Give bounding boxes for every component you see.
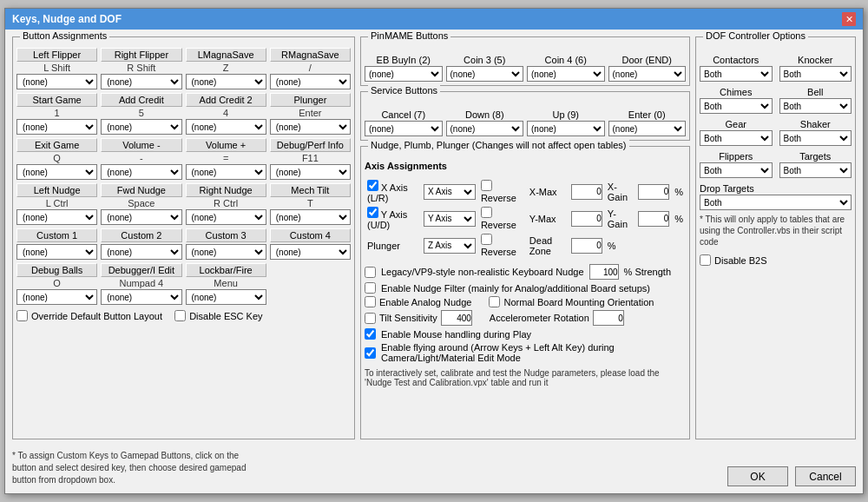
ba-select[interactable]: (none) <box>101 289 181 305</box>
dof-select[interactable]: Both <box>700 162 773 178</box>
ba-assign-button[interactable]: Left Nudge <box>16 183 97 197</box>
ba-assign-button[interactable]: LMagnaSave <box>186 48 266 62</box>
close-button[interactable]: ✕ <box>842 12 856 26</box>
ba-select[interactable]: (none) <box>16 74 97 89</box>
ba-select[interactable]: (none) <box>101 74 181 89</box>
pm-select[interactable]: (none) <box>446 66 524 82</box>
x-gain-input[interactable] <box>638 184 669 200</box>
strength-input[interactable] <box>589 264 619 280</box>
ba-assign-button[interactable]: Debug Balls <box>16 263 97 277</box>
ba-select[interactable]: (none) <box>186 209 266 225</box>
ba-cell: Lockbar/FireMenu(none) <box>186 263 266 305</box>
mouse-row: Enable Mouse handling during Play <box>365 328 686 340</box>
ba-assign-button[interactable]: Mech Tilt <box>270 183 351 197</box>
ba-cell: Custom 4(none) <box>270 228 351 260</box>
axis-y-reverse[interactable] <box>481 207 492 218</box>
plunger-reverse[interactable] <box>481 234 492 245</box>
override-checkbox[interactable] <box>16 310 28 321</box>
ba-select[interactable]: (none) <box>101 119 181 135</box>
ba-assign-button[interactable]: Custom 2 <box>101 228 181 242</box>
disable-esc-checkbox[interactable] <box>174 310 186 321</box>
axis-y-select[interactable]: Y Axis <box>424 211 476 227</box>
cancel-button[interactable]: Cancel <box>795 466 856 486</box>
ba-assign-button[interactable]: Fwd Nudge <box>101 183 181 197</box>
nudge-title: Nudge, Plumb, Plunger (Changes will not … <box>368 140 629 150</box>
ba-assign-button[interactable]: Right Nudge <box>186 183 266 197</box>
accel-input[interactable] <box>593 310 624 326</box>
ba-select[interactable]: (none) <box>101 209 181 225</box>
pm-select[interactable]: (none) <box>608 66 687 82</box>
filter-checkbox[interactable] <box>365 282 376 294</box>
ba-assign-button[interactable]: Exit Game <box>16 138 97 152</box>
ba-assign-button[interactable]: Custom 4 <box>270 228 351 242</box>
ba-assign-button[interactable]: Custom 3 <box>186 228 266 242</box>
tilt-checkbox[interactable] <box>365 313 376 324</box>
dof-grid: ContactorsBothKnockerBothChimesBothBellB… <box>700 55 852 210</box>
legacy-checkbox[interactable] <box>365 267 376 278</box>
service-select[interactable]: (none) <box>527 121 605 136</box>
ba-assign-button[interactable]: Debug/Perf Info <box>270 138 351 152</box>
ba-assign-button[interactable]: Right Flipper <box>101 48 181 62</box>
ba-select[interactable]: (none) <box>16 119 97 135</box>
dof-select[interactable]: Both <box>779 98 852 114</box>
ba-assign-button[interactable]: Add Credit <box>101 93 181 107</box>
disable-b2s-checkbox[interactable] <box>700 254 711 266</box>
axis-y-checkbox[interactable] <box>367 207 378 218</box>
ba-assign-button[interactable]: Volume + <box>186 138 266 152</box>
dof-select[interactable]: Both <box>700 195 852 210</box>
analog-checkbox[interactable] <box>365 296 376 307</box>
dead-zone-input[interactable] <box>571 238 602 254</box>
ba-select[interactable]: (none) <box>186 119 266 135</box>
mouse-checkbox[interactable] <box>365 328 376 340</box>
ba-assign-button[interactable]: Left Flipper <box>16 48 97 62</box>
dof-select[interactable]: Both <box>700 66 773 82</box>
tilt-input[interactable] <box>441 310 472 326</box>
dof-select[interactable]: Both <box>779 162 852 178</box>
dof-select[interactable]: Both <box>779 130 852 146</box>
ba-select[interactable]: (none) <box>16 244 97 260</box>
axis-x-reverse[interactable] <box>481 180 492 191</box>
axis-x-select[interactable]: X Axis <box>424 184 476 200</box>
ba-assign-button[interactable]: Volume - <box>101 138 181 152</box>
ba-select[interactable]: (none) <box>186 289 266 305</box>
service-select[interactable]: (none) <box>365 121 443 136</box>
dof-select[interactable]: Both <box>779 66 852 82</box>
ba-key-label: = <box>223 153 228 163</box>
ba-select[interactable]: (none) <box>270 164 351 180</box>
ba-select[interactable]: (none) <box>270 119 351 135</box>
pm-select[interactable]: (none) <box>365 66 443 82</box>
service-select[interactable]: (none) <box>608 121 687 136</box>
ba-select[interactable]: (none) <box>270 74 351 89</box>
flying-checkbox[interactable] <box>365 347 376 359</box>
ba-select[interactable]: (none) <box>186 244 266 260</box>
ba-select[interactable]: (none) <box>186 164 266 180</box>
x-max-input[interactable] <box>571 184 602 200</box>
ok-button[interactable]: OK <box>727 466 788 486</box>
y-max-input[interactable] <box>571 211 602 227</box>
ba-select[interactable]: (none) <box>101 244 181 260</box>
ba-assign-button[interactable]: Plunger <box>270 93 351 107</box>
ba-select[interactable]: (none) <box>16 289 97 305</box>
ba-select[interactable]: (none) <box>16 164 97 180</box>
ba-select[interactable]: (none) <box>186 74 266 89</box>
ba-assign-button[interactable]: Add Credit 2 <box>186 93 266 107</box>
ba-select[interactable]: (none) <box>270 209 351 225</box>
ba-assign-button[interactable]: RMagnaSave <box>270 48 351 62</box>
ba-key-label: Space <box>128 198 155 208</box>
plunger-select[interactable]: Z Axis <box>424 238 476 254</box>
ba-key-label: R Shift <box>127 63 155 73</box>
ba-assign-button[interactable]: Debugger/I Edit <box>101 263 181 277</box>
service-select[interactable]: (none) <box>446 121 524 136</box>
ba-assign-button[interactable]: Custom 1 <box>16 228 97 242</box>
ba-assign-button[interactable]: Start Game <box>16 93 97 107</box>
y-gain-input[interactable] <box>638 211 669 227</box>
ba-assign-button[interactable]: Lockbar/Fire <box>186 263 266 277</box>
pm-select[interactable]: (none) <box>527 66 605 82</box>
ba-select[interactable]: (none) <box>101 164 181 180</box>
dof-select[interactable]: Both <box>700 130 773 146</box>
dof-select[interactable]: Both <box>700 98 773 114</box>
ba-select[interactable]: (none) <box>16 209 97 225</box>
ba-select[interactable]: (none) <box>270 244 351 260</box>
axis-x-checkbox[interactable] <box>367 180 378 191</box>
normal-board-checkbox[interactable] <box>489 296 500 307</box>
